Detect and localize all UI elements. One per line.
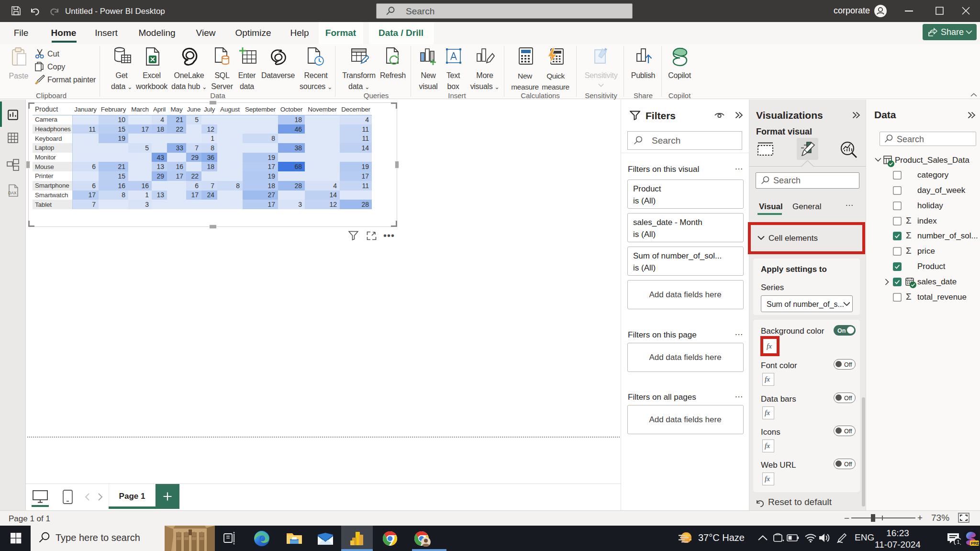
svg-text:PRE: PRE	[971, 541, 980, 546]
svg-text:DAX: DAX	[8, 191, 17, 195]
svg-text:1: 1	[957, 539, 960, 545]
